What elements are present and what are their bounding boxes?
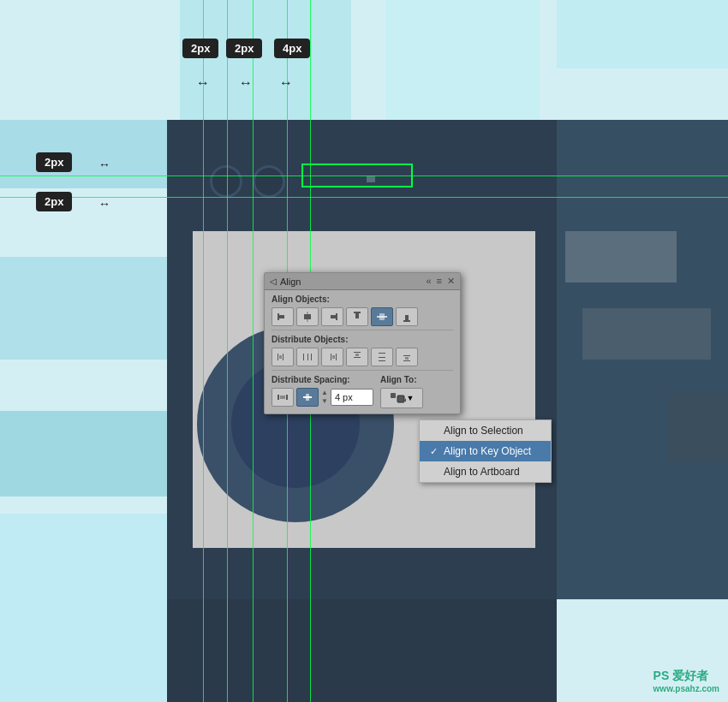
design-bottom-dark	[167, 599, 557, 702]
bg-block-top-3	[557, 0, 728, 68]
design-right-dark-sm	[668, 394, 728, 462]
align-right-edges-btn[interactable]	[321, 307, 343, 326]
design-circle-right	[253, 165, 285, 198]
arrow-indicator-3: ↔	[279, 75, 293, 91]
px-label-2: 2px	[226, 39, 262, 58]
design-circle-left	[210, 165, 242, 198]
design-right-gray-1	[565, 231, 677, 283]
svg-rect-32	[280, 396, 285, 399]
dist-right-edges-btn[interactable]	[321, 348, 343, 366]
distribute-spacing-label: Distribute Spacing:	[272, 375, 373, 384]
align-to-label: Align To:	[380, 375, 457, 384]
distribute-spacing-section: Distribute Spacing:	[265, 371, 460, 413]
svg-rect-19	[336, 354, 337, 360]
svg-rect-13	[283, 354, 283, 360]
svg-rect-9	[379, 313, 385, 320]
bg-block-left-4	[0, 514, 167, 702]
svg-rect-7	[355, 313, 359, 318]
svg-rect-6	[354, 312, 361, 313]
px-label-3: 4px	[274, 39, 310, 58]
spacing-value-btn[interactable]	[296, 388, 319, 407]
align-objects-btn-row	[272, 307, 453, 326]
dist-bottom-edges-btn[interactable]	[396, 348, 418, 366]
svg-rect-24	[379, 353, 385, 354]
svg-rect-5	[331, 315, 336, 318]
arrow-indicator-2: ↔	[239, 75, 253, 91]
align-to-btn[interactable]: ▼	[380, 388, 423, 408]
svg-rect-35	[391, 393, 396, 398]
dropdown-item-align-to-artboard[interactable]: Align to Artboard	[420, 461, 551, 482]
svg-rect-23	[355, 354, 359, 356]
svg-rect-0	[277, 313, 279, 320]
spacing-input-field[interactable]	[331, 389, 373, 406]
svg-rect-16	[307, 354, 308, 360]
svg-rect-20	[332, 355, 335, 359]
align-to-group: Align To: ▼	[380, 375, 457, 408]
check-align-selection	[430, 425, 440, 436]
align-center-horizontal-btn[interactable]	[371, 307, 393, 326]
guide-line-v2	[227, 0, 228, 702]
align-panel-close-btn[interactable]: ✕	[447, 276, 455, 287]
bg-block-left-2	[0, 257, 167, 360]
distribute-btn-row	[272, 348, 453, 366]
svg-rect-18	[331, 354, 331, 360]
svg-rect-25	[379, 357, 385, 358]
distribute-objects-section: Distribute Objects:	[265, 330, 460, 370]
guide-line-v3	[253, 0, 254, 702]
design-right-dark-rect	[557, 120, 728, 599]
align-panel-collapse-icon[interactable]: ◁	[270, 277, 277, 286]
svg-rect-10	[403, 320, 410, 322]
watermark: PS 爱好者 www.psahz.com	[653, 669, 719, 693]
check-align-key-object: ✓	[430, 446, 440, 457]
svg-rect-27	[403, 355, 410, 356]
watermark-line2: www.psahz.com	[653, 684, 719, 693]
align-to-dropdown: Align to Selection ✓ Align to Key Object…	[419, 419, 552, 483]
bg-block-left-3	[0, 411, 167, 497]
arrow-indicator-left-1: ↔	[98, 158, 110, 171]
align-top-edges-btn[interactable]	[346, 307, 368, 326]
align-panel: ◁ Align « ≡ ✕ Align Objects:	[264, 272, 461, 414]
align-panel-menu-btn[interactable]: ≡	[437, 276, 442, 287]
align-panel-title-text: Align	[280, 277, 301, 287]
guide-line-v1	[203, 0, 204, 702]
arrow-indicator-left-2: ↔	[98, 197, 110, 211]
spacing-input-row: ▲ ▼	[272, 388, 373, 407]
dist-top-edges-btn[interactable]	[346, 348, 368, 366]
dropdown-item-align-to-key-object[interactable]: ✓ Align to Key Object	[420, 441, 551, 461]
svg-rect-30	[277, 395, 279, 400]
watermark-line1: PS 爱好者	[653, 669, 719, 684]
svg-rect-4	[336, 313, 337, 320]
align-left-edges-btn[interactable]	[272, 307, 294, 326]
check-align-artboard	[430, 467, 440, 477]
dropdown-label-align-artboard: Align to Artboard	[444, 466, 520, 478]
px-label-5: 2px	[36, 192, 72, 211]
align-objects-label: Align Objects:	[272, 294, 453, 304]
svg-rect-29	[405, 357, 409, 360]
dropdown-item-align-to-selection[interactable]: Align to Selection	[420, 420, 551, 441]
bg-block-top-1	[180, 0, 351, 120]
arrow-indicator-1: ↔	[196, 75, 210, 91]
guide-line-h1	[0, 176, 728, 176]
svg-rect-22	[354, 357, 361, 358]
svg-rect-12	[277, 354, 278, 360]
align-panel-collapse-btn[interactable]: «	[426, 276, 431, 287]
svg-rect-17	[311, 354, 312, 360]
spacing-icon-btn[interactable]	[272, 388, 294, 407]
dist-center-h-btn[interactable]	[371, 348, 393, 366]
align-panel-controls: « ≡ ✕	[426, 276, 455, 287]
dropdown-label-align-key-object: Align to Key Object	[444, 445, 531, 457]
align-center-vertical-btn[interactable]	[296, 307, 319, 326]
svg-rect-36	[397, 396, 404, 402]
spacing-spinner[interactable]: ▲ ▼	[321, 389, 328, 406]
bg-block-top-2	[385, 0, 540, 120]
design-right-gray-2	[582, 308, 711, 360]
align-objects-section: Align Objects:	[265, 290, 460, 330]
svg-rect-31	[286, 395, 288, 400]
align-bottom-edges-btn[interactable]	[396, 307, 418, 326]
svg-rect-14	[279, 355, 282, 359]
dist-center-v-btn[interactable]	[296, 348, 319, 366]
px-label-4: 2px	[36, 152, 72, 172]
svg-rect-28	[403, 360, 410, 361]
design-small-square	[367, 176, 375, 182]
dist-left-edges-btn[interactable]	[272, 348, 294, 366]
